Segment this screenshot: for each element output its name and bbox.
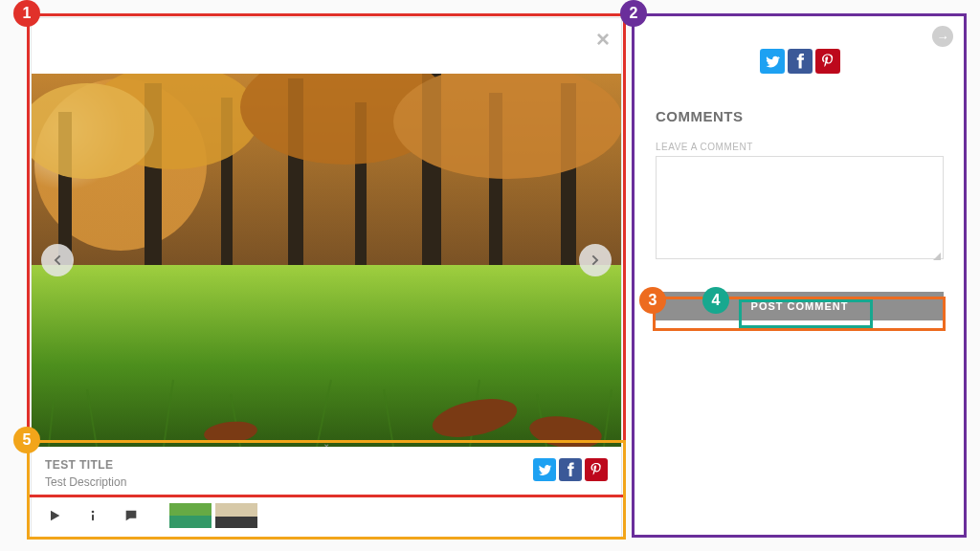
caption-text: TEST TITLE Test Description bbox=[45, 458, 126, 489]
svg-point-31 bbox=[92, 511, 95, 514]
comments-pane: → COMMENTS LEAVE A COMMENT POST COMMENT bbox=[635, 14, 965, 536]
svg-rect-30 bbox=[585, 458, 608, 481]
post-comment-label: POST COMMENT bbox=[751, 300, 849, 312]
close-icon[interactable]: × bbox=[596, 26, 610, 53]
caption-bar: TEST TITLE Test Description bbox=[32, 447, 621, 496]
sidebar-share-row bbox=[656, 49, 944, 74]
pinterest-icon[interactable] bbox=[815, 49, 840, 74]
thumbnail-strip bbox=[169, 503, 257, 528]
photo-title: TEST TITLE bbox=[45, 458, 126, 472]
chevron-down-icon[interactable]: ⌄ bbox=[323, 438, 330, 447]
thumbnail-2[interactable] bbox=[215, 503, 257, 528]
comment-icon[interactable] bbox=[123, 508, 139, 523]
post-comment-button[interactable]: POST COMMENT bbox=[656, 292, 944, 320]
gallery-pane: × bbox=[31, 17, 622, 539]
photo-svg bbox=[32, 74, 621, 447]
facebook-icon[interactable] bbox=[788, 49, 813, 74]
play-icon[interactable] bbox=[47, 508, 62, 523]
twitter-icon[interactable] bbox=[533, 458, 556, 481]
info-icon[interactable] bbox=[85, 508, 100, 523]
caption-share-row bbox=[533, 458, 608, 481]
main-photo: ⌄ bbox=[32, 74, 621, 447]
prev-photo-button[interactable] bbox=[41, 244, 74, 276]
twitter-icon[interactable] bbox=[760, 49, 785, 74]
svg-rect-15 bbox=[32, 265, 621, 447]
arrow-right-icon[interactable]: → bbox=[932, 26, 953, 47]
gallery-header: × bbox=[32, 18, 621, 74]
next-photo-button[interactable] bbox=[579, 244, 612, 276]
gallery-toolbar bbox=[32, 496, 621, 534]
svg-rect-35 bbox=[815, 49, 840, 74]
facebook-icon[interactable] bbox=[559, 458, 582, 481]
thumbnail-1[interactable] bbox=[169, 503, 212, 528]
svg-rect-32 bbox=[92, 515, 94, 521]
leave-comment-label: LEAVE A COMMENT bbox=[656, 142, 944, 152]
pinterest-icon[interactable] bbox=[585, 458, 608, 481]
comments-heading: COMMENTS bbox=[656, 108, 944, 124]
photo-description: Test Description bbox=[45, 475, 126, 489]
comment-input[interactable] bbox=[656, 156, 944, 259]
